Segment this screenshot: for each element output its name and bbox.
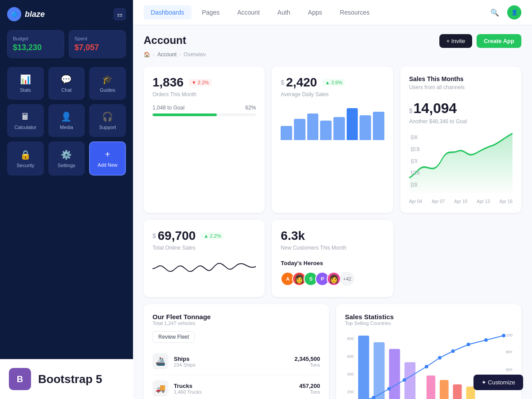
online-sales-badge: ▲ 2.2% xyxy=(201,232,223,239)
page-header: Account + Invite Create App xyxy=(144,34,521,48)
customize-button[interactable]: ✦ Customize xyxy=(473,375,523,390)
svg-rect-10 xyxy=(374,342,385,399)
sales-stats-title: Sales Statistics xyxy=(345,313,512,321)
calculator-icon: 🖩 xyxy=(21,112,30,122)
fleet-subtitle: Total 1,247 vehicles xyxy=(153,321,320,326)
online-sales-card: $ 69,700 ▲ 2.2% Total Online Sales xyxy=(144,220,265,297)
page-title: Account xyxy=(144,34,186,47)
chart-label-3: Apr 10 xyxy=(454,199,467,204)
orders-badge: ▼ 2.2% xyxy=(189,79,211,86)
svg-rect-15 xyxy=(453,384,462,399)
fleet-item-info: Trucks 1,460 Trucks xyxy=(174,383,202,395)
sidebar-item-label: Security xyxy=(16,163,34,168)
daily-sales-badge: ▲ 2.6% xyxy=(322,79,345,86)
bottom-grid: Our Fleet Tonnage Total 1,247 vehicles R… xyxy=(144,304,521,399)
sidebar: 🔷 blaze ⚏ Budget $13,230 Spent $7,057 📊 … xyxy=(0,0,133,399)
tab-auth[interactable]: Auth xyxy=(270,5,297,20)
stats-row-2: $ 69,700 ▲ 2.2% Total Online Sales 6.3k … xyxy=(144,220,521,297)
chart-label-5: Apr 16 xyxy=(500,199,512,204)
guides-icon: 🎓 xyxy=(102,74,113,85)
sales-month-prefix: $ xyxy=(409,107,413,114)
chart-x-labels: Apr 04 Apr 07 Apr 10 Apr 13 Apr 16 xyxy=(409,199,512,204)
svg-point-25 xyxy=(484,338,488,342)
orders-progress-bar xyxy=(153,113,256,116)
hero-avatar-5: 👩 xyxy=(327,272,341,286)
sidebar-header: 🔷 blaze ⚏ xyxy=(7,7,126,21)
chat-icon: 💬 xyxy=(61,74,72,85)
support-icon: 🎧 xyxy=(102,111,113,122)
orders-label: Orders This Month xyxy=(153,91,256,98)
bar-3 xyxy=(307,113,319,140)
sidebar-item-label: Calculator xyxy=(15,125,37,130)
online-sales-chart xyxy=(153,251,256,286)
sidebar-item-support[interactable]: 🎧 Support xyxy=(89,104,126,137)
sales-line-chart: $24K $20.5K $17K $13.5K $10K xyxy=(409,125,512,196)
ships-count: 234 Ships xyxy=(174,362,196,368)
bar-6 xyxy=(347,108,358,140)
user-avatar[interactable]: 👤 xyxy=(507,5,521,20)
sales-stats-subtitle: Top Selling Countries xyxy=(345,321,512,326)
breadcrumb-account[interactable]: Account xyxy=(157,51,176,58)
sales-month-title: Sales This Months xyxy=(409,75,512,82)
spent-label: Spent xyxy=(74,36,120,41)
sidebar-item-label: Support xyxy=(99,125,116,130)
trucks-icon: 🚚 xyxy=(153,380,168,396)
bar-4 xyxy=(320,121,332,140)
daily-sales-card: $ 2,420 ▲ 2.6% Average Daily Sales xyxy=(272,66,393,213)
tab-pages[interactable]: Pages xyxy=(195,5,227,20)
svg-text:$13.5K: $13.5K xyxy=(411,170,420,176)
sidebar-item-stats[interactable]: 📊 Stats xyxy=(7,67,44,100)
heroes-title: Today's Heroes xyxy=(281,260,384,266)
tab-dashboards[interactable]: Dashboards xyxy=(144,5,192,20)
sales-month-card: Sales This Months Users from all channel… xyxy=(400,66,521,213)
logo-text: blaze xyxy=(25,10,45,19)
online-sales-prefix: $ xyxy=(153,232,156,239)
add-icon: + xyxy=(105,149,110,160)
hero-extra-count: +42 xyxy=(340,272,354,286)
svg-point-26 xyxy=(502,334,505,337)
svg-point-22 xyxy=(438,356,442,360)
search-button[interactable]: 🔍 xyxy=(488,5,502,20)
sidebar-item-label: Chat xyxy=(61,87,71,93)
sidebar-menu-icon[interactable]: ⚏ xyxy=(113,8,126,20)
fleet-item-info: Ships 234 Ships xyxy=(174,356,196,368)
breadcrumb-page: Overwiev xyxy=(184,51,206,58)
breadcrumb: 🏠 › Account › Overwiev xyxy=(144,51,521,58)
sidebar-item-settings[interactable]: ⚙️ Settings xyxy=(48,141,85,176)
tab-apps[interactable]: Apps xyxy=(301,5,329,20)
sales-month-sub: Another $48,346 to Goal xyxy=(409,118,512,125)
sidebar-item-guides[interactable]: 🎓 Guides xyxy=(89,67,126,100)
budget-label: Budget xyxy=(13,36,59,41)
sidebar-item-chat[interactable]: 💬 Chat xyxy=(48,67,85,100)
sidebar-item-add-new[interactable]: + Add New xyxy=(89,141,126,176)
ships-icon: 🚢 xyxy=(153,353,168,369)
bar-2 xyxy=(294,119,305,140)
orders-goal-pct: 62% xyxy=(245,105,256,111)
svg-rect-12 xyxy=(404,362,415,399)
sales-month-value: 14,094 xyxy=(413,100,457,117)
heroes-row: A 👩 S P 👩 +42 xyxy=(281,272,384,286)
sidebar-item-security[interactable]: 🔒 Security xyxy=(7,141,44,176)
bootstrap-label: Bootstrap 5 xyxy=(38,372,102,386)
sidebar-item-label: Add New xyxy=(98,162,117,168)
tab-resources[interactable]: Resources xyxy=(333,5,377,20)
svg-point-23 xyxy=(451,349,455,353)
ships-name: Ships xyxy=(174,356,196,362)
svg-point-21 xyxy=(425,365,428,368)
tab-account[interactable]: Account xyxy=(230,5,267,20)
svg-text:60%: 60% xyxy=(506,368,512,372)
svg-text:100%: 100% xyxy=(506,333,512,337)
fleet-card: Our Fleet Tonnage Total 1,247 vehicles R… xyxy=(144,304,329,399)
nav-tabs: Dashboards Pages Account Auth Apps Resou… xyxy=(144,5,376,20)
new-customers-card: 6.3k New Customers This Month Today's He… xyxy=(272,220,393,297)
create-app-button[interactable]: Create App xyxy=(477,34,521,48)
invite-button[interactable]: + Invite xyxy=(439,34,472,48)
orders-goal-label: 1,048 to Goal xyxy=(153,105,184,111)
review-fleet-button[interactable]: Review Fleet xyxy=(153,331,195,343)
daily-sales-prefix: $ xyxy=(281,79,284,86)
sidebar-item-media[interactable]: 👤 Media xyxy=(48,104,85,137)
sidebar-item-label: Media xyxy=(60,125,73,130)
bar-7 xyxy=(360,115,371,140)
fleet-title: Our Fleet Tonnage xyxy=(153,313,320,321)
sidebar-item-calculator[interactable]: 🖩 Calculator xyxy=(7,104,44,137)
